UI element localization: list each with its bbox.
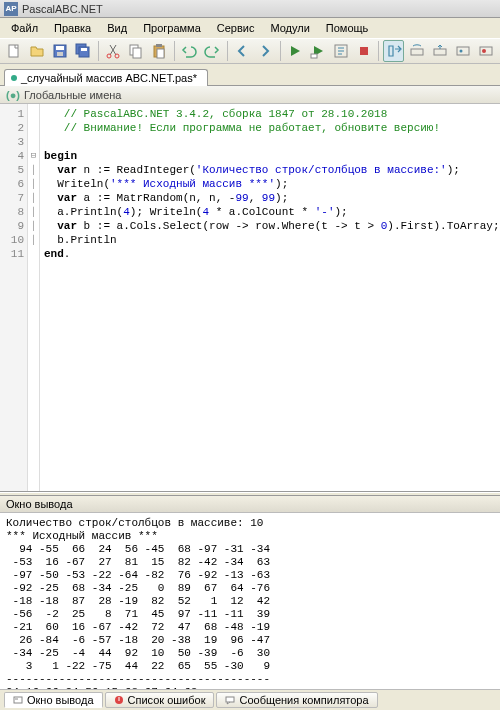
svg-rect-25 — [226, 697, 234, 702]
app-icon: AP — [4, 2, 18, 16]
bottom-tab-label: Окно вывода — [27, 694, 94, 706]
undo-button[interactable] — [179, 40, 200, 62]
svg-rect-23 — [14, 697, 22, 703]
document-tab-label: _случайный массив ABC.NET.pas* — [21, 72, 197, 84]
nav-forward-button[interactable] — [255, 40, 276, 62]
step-over-button[interactable] — [406, 40, 427, 62]
line-number-gutter: 1234567891011 — [0, 104, 28, 491]
window-title: PascalABC.NET — [22, 3, 103, 15]
svg-rect-13 — [157, 49, 164, 58]
menu-edit[interactable]: Правка — [47, 20, 98, 36]
globe-icon: (●) — [6, 89, 20, 101]
output-panel-title: Окно вывода — [0, 496, 500, 513]
bottom-tab-label: Список ошибок — [128, 694, 206, 706]
svg-point-8 — [115, 54, 119, 58]
toolbar-separator — [378, 41, 379, 61]
bottom-tab-compiler[interactable]: Сообщения компилятора — [216, 692, 377, 708]
watch-button[interactable] — [452, 40, 473, 62]
step-out-button[interactable] — [429, 40, 450, 62]
svg-rect-19 — [457, 47, 469, 55]
menu-program[interactable]: Программа — [136, 20, 208, 36]
svg-rect-6 — [81, 48, 87, 51]
menu-help[interactable]: Помощь — [319, 20, 376, 36]
svg-rect-18 — [434, 49, 446, 55]
menu-file[interactable]: Файл — [4, 20, 45, 36]
svg-rect-0 — [9, 45, 18, 57]
bottom-tab-errors[interactable]: Список ошибок — [105, 692, 215, 708]
toolbar-separator — [227, 41, 228, 61]
document-tab[interactable]: _случайный массив ABC.NET.pas* — [4, 69, 208, 86]
title-bar: AP PascalABC.NET — [0, 0, 500, 18]
svg-point-22 — [482, 49, 486, 53]
copy-button[interactable] — [126, 40, 147, 62]
svg-rect-17 — [411, 49, 423, 55]
toolbar — [0, 38, 500, 64]
menu-service[interactable]: Сервис — [210, 20, 262, 36]
toolbar-separator — [174, 41, 175, 61]
output-icon — [13, 695, 23, 705]
menu-bar: Файл Правка Вид Программа Сервис Модули … — [0, 18, 500, 38]
modified-dot-icon — [11, 75, 17, 81]
toolbar-separator — [98, 41, 99, 61]
svg-rect-16 — [360, 47, 368, 55]
globals-label: Глобальные имена — [24, 89, 122, 101]
bottom-tab-label: Сообщения компилятора — [239, 694, 368, 706]
svg-rect-14 — [311, 54, 317, 58]
run-io-button[interactable] — [307, 40, 328, 62]
open-file-button[interactable] — [27, 40, 48, 62]
compile-button[interactable] — [330, 40, 351, 62]
nav-back-button[interactable] — [232, 40, 253, 62]
code-editor[interactable]: 1234567891011 ⊟││││││ // PascalABC.NET 3… — [0, 104, 500, 492]
breakpoint-button[interactable] — [475, 40, 496, 62]
svg-rect-12 — [156, 44, 162, 47]
bottom-tab-bar: Окно вывода Список ошибок Сообщения комп… — [0, 689, 500, 710]
error-icon — [114, 695, 124, 705]
toolbar-separator — [280, 41, 281, 61]
globals-bar[interactable]: (●) Глобальные имена — [0, 86, 500, 104]
message-icon — [225, 695, 235, 705]
menu-modules[interactable]: Модули — [263, 20, 316, 36]
run-button[interactable] — [284, 40, 305, 62]
save-all-button[interactable] — [73, 40, 94, 62]
output-panel[interactable]: Количество строк/столбцов в массиве: 10 … — [0, 513, 500, 689]
svg-rect-10 — [133, 48, 141, 58]
stop-button[interactable] — [353, 40, 374, 62]
document-tab-bar: _случайный массив ABC.NET.pas* — [0, 64, 500, 86]
redo-button[interactable] — [202, 40, 223, 62]
bottom-tab-output[interactable]: Окно вывода — [4, 692, 103, 708]
save-button[interactable] — [50, 40, 71, 62]
svg-rect-2 — [56, 46, 64, 50]
fold-gutter[interactable]: ⊟││││││ — [28, 104, 40, 491]
code-area[interactable]: // PascalABC.NET 3.4.2, сборка 1847 от 2… — [40, 104, 500, 491]
step-into-button[interactable] — [383, 40, 404, 62]
svg-point-20 — [459, 50, 462, 53]
cut-button[interactable] — [103, 40, 124, 62]
paste-button[interactable] — [149, 40, 170, 62]
svg-point-7 — [107, 54, 111, 58]
new-file-button[interactable] — [4, 40, 25, 62]
menu-view[interactable]: Вид — [100, 20, 134, 36]
svg-rect-3 — [57, 52, 63, 56]
